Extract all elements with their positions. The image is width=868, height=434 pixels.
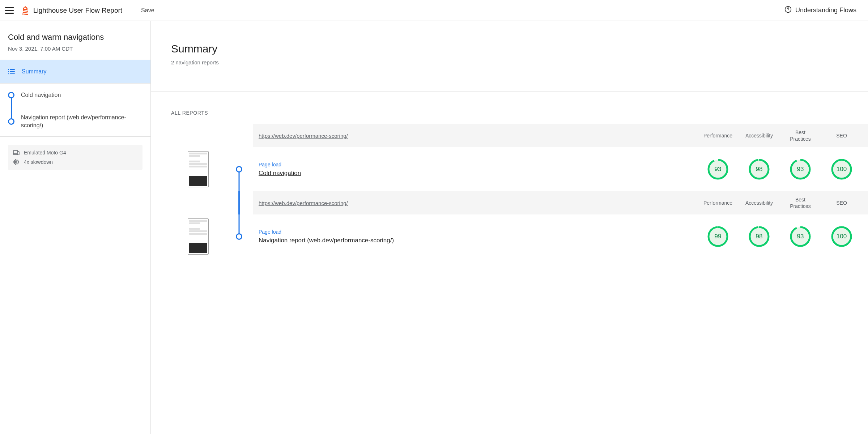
step-marker-icon <box>236 233 242 240</box>
score-value: 93 <box>707 159 728 180</box>
column-header: SEO <box>821 132 862 139</box>
sidebar-item-label: Summary <box>22 68 46 75</box>
report-url-row: https://web.dev/performance-scoring/ Per… <box>253 191 868 214</box>
report-url-link[interactable]: https://web.dev/performance-scoring/ <box>259 200 697 206</box>
report-type-label: Page load <box>259 162 697 167</box>
score-gauge[interactable]: 93 <box>697 159 739 180</box>
report-name-link[interactable]: Cold navigation <box>259 170 697 177</box>
column-header: Performance <box>697 132 739 139</box>
topbar: Lighthouse User Flow Report Save Underst… <box>0 0 868 21</box>
svg-rect-9 <box>13 150 18 154</box>
column-header: SEO <box>821 200 862 206</box>
report-row: Page load Navigation report (web.dev/per… <box>253 214 868 259</box>
cpu-icon <box>13 159 20 165</box>
devices-icon <box>13 150 20 155</box>
score-value: 100 <box>831 226 852 247</box>
main-content: Summary 2 navigation reports ALL REPORTS… <box>151 21 868 434</box>
flow-steps: Cold navigation Navigation report (web.d… <box>0 83 150 137</box>
help-icon <box>784 6 792 15</box>
sidebar-step-navigation-report[interactable]: Navigation report (web.dev/performance-s… <box>0 107 150 137</box>
svg-point-3 <box>8 69 9 70</box>
column-header: Performance <box>697 200 739 206</box>
svg-point-2 <box>788 11 788 11</box>
score-value: 99 <box>707 226 728 247</box>
report-url-row: https://web.dev/performance-scoring/ Per… <box>253 124 868 147</box>
page-subtitle: 2 navigation reports <box>171 59 868 65</box>
save-button[interactable]: Save <box>141 7 154 14</box>
report-url-link[interactable]: https://web.dev/performance-scoring/ <box>259 133 697 139</box>
sidebar-step-cold-navigation[interactable]: Cold navigation <box>0 83 150 107</box>
list-icon <box>8 69 15 75</box>
svg-rect-11 <box>17 152 19 155</box>
score-value: 100 <box>831 159 852 180</box>
score-gauge[interactable]: 98 <box>739 159 780 180</box>
page-title: Summary <box>171 43 868 55</box>
step-marker-icon <box>8 118 14 125</box>
column-header: BestPractices <box>780 196 821 209</box>
score-gauge[interactable]: 93 <box>780 226 821 247</box>
svg-point-7 <box>8 73 9 74</box>
env-device-label: Emulated Moto G4 <box>24 150 66 156</box>
flow-title: Cold and warm navigations <box>8 33 142 42</box>
screenshot-thumbnail[interactable] <box>188 218 209 255</box>
step-label: Navigation report (web.dev/performance-s… <box>21 114 142 130</box>
column-header: BestPractices <box>780 129 821 142</box>
report-row: Page load Cold navigation 93 98 93 <box>253 147 868 191</box>
svg-rect-13 <box>16 161 17 163</box>
menu-icon[interactable] <box>5 6 14 15</box>
step-marker-icon <box>236 166 242 173</box>
step-label: Cold navigation <box>21 91 61 99</box>
report-name-link[interactable]: Navigation report (web.dev/performance-s… <box>259 237 697 244</box>
score-value: 93 <box>790 159 811 180</box>
score-value: 93 <box>790 226 811 247</box>
svg-rect-12 <box>14 160 18 164</box>
step-marker-icon <box>8 92 14 98</box>
report-type-label: Page load <box>259 229 697 235</box>
svg-point-5 <box>8 71 9 72</box>
sidebar-item-summary[interactable]: Summary <box>0 60 150 83</box>
help-label: Understanding Flows <box>795 7 856 14</box>
lighthouse-icon <box>22 6 29 15</box>
flow-date: Nov 3, 2021, 7:00 AM CDT <box>8 46 142 52</box>
svg-rect-0 <box>24 8 26 9</box>
env-cpu-label: 4x slowdown <box>24 159 53 165</box>
score-gauge[interactable]: 93 <box>780 159 821 180</box>
score-gauge[interactable]: 100 <box>821 226 862 247</box>
column-header: Accessibility <box>739 200 780 206</box>
score-gauge[interactable]: 99 <box>697 226 739 247</box>
flow-header: Cold and warm navigations Nov 3, 2021, 7… <box>0 21 150 60</box>
brand: Lighthouse User Flow Report <box>22 6 122 15</box>
help-link[interactable]: Understanding Flows <box>784 6 856 15</box>
app-title: Lighthouse User Flow Report <box>33 7 122 14</box>
environment-box: Emulated Moto G4 4x slowdown <box>8 145 142 170</box>
sidebar: Cold and warm navigations Nov 3, 2021, 7… <box>0 21 151 434</box>
score-value: 98 <box>749 226 770 247</box>
score-gauge[interactable]: 100 <box>821 159 862 180</box>
reports-table: https://web.dev/performance-scoring/ Per… <box>171 124 868 259</box>
env-device: Emulated Moto G4 <box>13 150 137 156</box>
column-header: Accessibility <box>739 132 780 139</box>
summary-header: Summary 2 navigation reports <box>151 43 868 92</box>
env-cpu: 4x slowdown <box>13 159 137 165</box>
screenshot-thumbnail[interactable] <box>188 151 209 187</box>
score-gauge[interactable]: 98 <box>739 226 780 247</box>
score-value: 98 <box>749 159 770 180</box>
all-reports-heading: ALL REPORTS <box>151 92 868 124</box>
